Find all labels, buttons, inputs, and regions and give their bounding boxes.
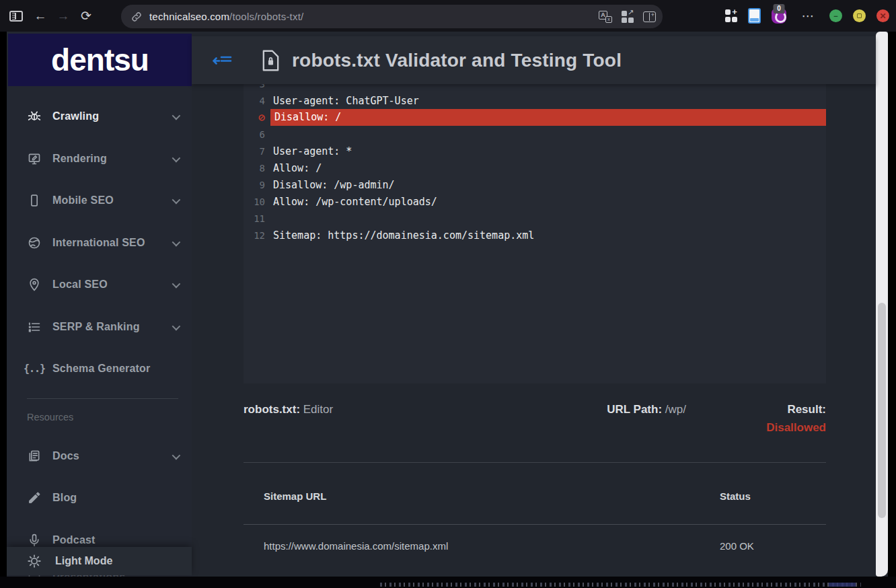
- page-content: dentsu Crawling Rendering: [7, 32, 888, 577]
- sidebar-item-schema-generator[interactable]: {..} Schema Generator: [7, 348, 192, 390]
- sidebar-item-mobile-seo[interactable]: Mobile SEO: [7, 180, 192, 221]
- chevron-down-icon: [172, 451, 181, 460]
- main-content: robots.txt Validator and Testing Tool 3 …: [192, 32, 876, 577]
- purple-extension-icon[interactable]: 0: [772, 9, 786, 24]
- sidebar-item-serp-ranking[interactable]: SERP & Ranking: [7, 306, 192, 348]
- sitemap-url-cell: https://www.domainesia.com/sitemap.xml: [244, 540, 448, 552]
- minimize-button[interactable]: −: [829, 9, 842, 22]
- sidebar-item-label: International SEO: [52, 237, 145, 249]
- close-button[interactable]: ✕: [876, 9, 889, 22]
- status-cell: 200 OK: [720, 540, 754, 552]
- page-title: robots.txt Validator and Testing Tool: [292, 50, 622, 71]
- split-view-icon[interactable]: [643, 11, 656, 22]
- back-button[interactable]: ←: [30, 9, 51, 24]
- sidebar-divider: [27, 398, 178, 399]
- column-header-status: Status: [720, 490, 751, 502]
- code-line: 3: [244, 84, 826, 92]
- line-number: 4: [244, 96, 265, 106]
- code-line: 6: [244, 126, 826, 143]
- sidebar-item-label: Rendering: [52, 153, 107, 165]
- code-line-blocked: ⊘Disallow: /: [244, 109, 826, 126]
- chevron-down-icon: [172, 111, 181, 120]
- scrollbar-thumb[interactable]: [878, 303, 886, 518]
- robots-file-icon: [262, 50, 280, 71]
- sidebar-collapse-icon[interactable]: [211, 48, 235, 73]
- blocked-icon: ⊘: [244, 111, 265, 124]
- chevron-down-icon: [172, 279, 181, 288]
- light-mode-toggle[interactable]: Light Mode: [7, 547, 192, 575]
- translate-icon[interactable]: Ax: [599, 11, 612, 23]
- sidebar-item-label: Podcast: [52, 534, 96, 546]
- phone-icon: [27, 193, 42, 208]
- result-summary: robots.txt: Editor URL Path: /wp/ Result…: [244, 403, 826, 435]
- reading-list-icon[interactable]: [9, 11, 23, 22]
- result-status-badge: Disallowed: [752, 421, 826, 435]
- braces-icon: {..}: [27, 361, 42, 376]
- sidebar-item-label: Docs: [52, 450, 79, 462]
- line-number: 7: [244, 146, 265, 157]
- sidebar-item-international-seo[interactable]: International SEO: [7, 222, 192, 264]
- sidebar-item-label: Mobile SEO: [52, 194, 114, 207]
- chevron-down-icon: [172, 195, 181, 204]
- sidebar-item-rendering[interactable]: Rendering: [7, 138, 192, 180]
- maximize-button[interactable]: [853, 9, 866, 22]
- browser-toolbar: ← → ⟳ technicalseo.com/tools/robots-txt/…: [0, 0, 896, 32]
- window-bottom-edge: [0, 577, 896, 588]
- tab-groups-icon[interactable]: [622, 11, 634, 23]
- sidebar-item-blog[interactable]: Blog: [7, 477, 192, 519]
- logo[interactable]: dentsu: [8, 34, 192, 86]
- forward-button[interactable]: →: [52, 9, 74, 24]
- pencil-icon: [27, 490, 42, 505]
- globe-icon: [27, 235, 42, 250]
- url-host: technicalseo.com: [149, 11, 229, 22]
- line-number: 11: [244, 213, 265, 224]
- extensions-grid-icon[interactable]: +: [725, 9, 738, 22]
- line-number: 6: [244, 129, 265, 140]
- more-menu-icon[interactable]: ⋯: [797, 8, 819, 24]
- result-label: Result:: [787, 403, 826, 416]
- sidebar-item-label: Schema Generator: [52, 363, 150, 375]
- code-line: 4User-agent: ChatGPT-User: [244, 92, 826, 109]
- chevron-down-icon: [172, 153, 181, 162]
- sidebar-item-label: Blog: [52, 492, 77, 504]
- sun-icon: [27, 554, 42, 568]
- sidebar: dentsu Crawling Rendering: [7, 32, 192, 577]
- line-number: 8: [244, 163, 265, 174]
- chevron-down-icon: [172, 237, 181, 246]
- sidebar-item-local-seo[interactable]: Local SEO: [7, 264, 192, 305]
- url-path-summary: URL Path: /wp/: [607, 403, 686, 435]
- footer-glitch: [380, 583, 861, 587]
- docs-icon: [27, 449, 42, 464]
- link-icon: [130, 11, 143, 23]
- code-line: 9Disallow: /wp-admin/: [244, 176, 826, 193]
- url-path: /tools/robots-txt/: [229, 11, 303, 22]
- sidebar-item-docs[interactable]: Docs: [7, 435, 192, 477]
- robots-txt-editor[interactable]: 3 4User-agent: ChatGPT-User ⊘Disallow: /…: [244, 84, 826, 383]
- monitor-icon: [27, 151, 42, 166]
- code-line: 10Allow: /wp-content/uploads/: [244, 193, 826, 210]
- logo-text: dentsu: [51, 42, 149, 78]
- code-line: 11: [244, 210, 826, 227]
- address-bar[interactable]: technicalseo.com/tools/robots-txt/ Ax: [121, 5, 663, 28]
- pin-icon: [27, 277, 42, 292]
- section-divider: [244, 462, 826, 463]
- sidebar-item-crawling[interactable]: Crawling: [7, 96, 192, 137]
- reload-button[interactable]: ⟳: [75, 8, 97, 24]
- url-text: technicalseo.com/tools/robots-txt/: [149, 11, 303, 22]
- microphone-icon: [27, 533, 42, 548]
- sitemap-table-header: Sitemap URL Status: [244, 468, 826, 525]
- browser-window: ← → ⟳ technicalseo.com/tools/robots-txt/…: [0, 0, 896, 588]
- code-line: 12Sitemap: https://domainesia.com/sitema…: [244, 227, 826, 244]
- table-row[interactable]: https://www.domainesia.com/sitemap.xml 2…: [244, 525, 826, 567]
- page-scrollbar[interactable]: [876, 32, 888, 577]
- document-extension-icon[interactable]: [748, 8, 761, 24]
- sidebar-item-label: SERP & Ranking: [52, 321, 140, 333]
- line-number: 3: [244, 84, 265, 89]
- code-line: 8Allow: /: [244, 159, 826, 176]
- sidebar-item-label: Crawling: [52, 110, 99, 122]
- sidebar-item-label: Local SEO: [52, 279, 108, 291]
- code-line: 7User-agent: *: [244, 143, 826, 159]
- tool-header: robots.txt Validator and Testing Tool: [192, 36, 876, 84]
- editor-source-label: robots.txt: Editor: [244, 403, 607, 435]
- list-icon: [27, 320, 42, 334]
